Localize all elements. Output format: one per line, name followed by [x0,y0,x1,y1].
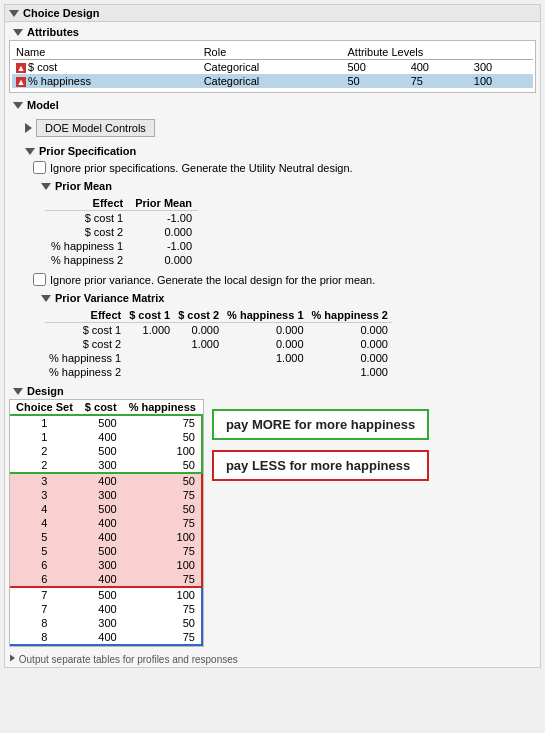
design-table-container: Choice Set $ cost % happiness 1 500 75 [9,399,204,647]
attributes-collapse-icon[interactable] [13,29,23,36]
dt-set: 1 [10,430,79,444]
table-row: 6 300 100 [10,558,202,572]
pm-value-3: -1.00 [129,239,198,253]
design-layout: Choice Set $ cost % happiness 1 500 75 [9,399,536,647]
dt-set: 5 [10,530,79,544]
prior-variance-collapse-icon[interactable] [41,295,51,302]
ignore-variance-checkbox[interactable] [33,273,46,286]
annotation-green-text: pay MORE for more happiness [226,417,415,432]
pv-3-3: 1.000 [223,351,307,365]
dt-cost: 500 [79,444,123,458]
design-section-header: Design [9,383,536,399]
dt-col-cost: $ cost [79,400,123,415]
annotation-red-box: pay LESS for more happiness [212,450,429,481]
main-panel: Choice Design Attributes Name Role Attri… [4,4,541,668]
prior-mean-header: Prior Mean [37,178,536,194]
bottom-label: Output separate tables for profiles and … [19,654,238,665]
dt-cost: 500 [79,587,123,602]
prior-variance-section: Prior Variance Matrix Effect $ cost 1 $ … [37,290,536,379]
prior-mean-collapse-icon[interactable] [41,183,51,190]
dt-col-happiness: % happiness [123,400,202,415]
pv-1-1: 1.000 [125,323,174,338]
table-row: 3 400 50 [10,473,202,488]
pv-2-4: 0.000 [308,337,392,351]
pv-3-1 [125,351,174,365]
dt-happiness: 75 [123,572,202,587]
pv-eff-2: $ cost 2 [45,337,125,351]
col-name: Name [12,45,200,60]
dt-cost: 400 [79,430,123,444]
prior-spec-title: Prior Specification [39,145,136,157]
dt-set: 1 [10,415,79,430]
table-row: 4 400 75 [10,516,202,530]
dt-set: 3 [10,473,79,488]
table-row: 7 400 75 [10,602,202,616]
attr-icon-2: ▲ [16,77,26,87]
pm-effect-1: $ cost 1 [45,211,129,226]
attributes-table: Name Role Attribute Levels ▲$ cost Categ… [12,45,533,88]
annotation-red-text: pay LESS for more happiness [226,458,410,473]
attributes-title: Attributes [27,26,79,38]
dt-happiness: 100 [123,558,202,572]
prior-spec-section: Prior Specification Ignore prior specifi… [21,143,536,379]
pv-eff-4: % happiness 2 [45,365,125,379]
doe-model-controls-button[interactable]: DOE Model Controls [36,119,155,137]
pv-4-4: 1.000 [308,365,392,379]
table-row: 3 300 75 [10,488,202,502]
design-table: Choice Set $ cost % happiness 1 500 75 [10,400,203,646]
col-levels: Attribute Levels [343,45,533,60]
pv-2-3: 0.000 [223,337,307,351]
pv-1-2: 0.000 [174,323,223,338]
dt-set: 2 [10,444,79,458]
attr-level-2c: 100 [470,74,533,88]
design-annotations: pay MORE for more happiness pay LESS for… [212,399,429,481]
dt-happiness: 75 [123,488,202,502]
dt-happiness: 75 [123,602,202,616]
dt-happiness: 75 [123,415,202,430]
doe-collapse-icon[interactable] [25,123,32,133]
ignore-prior-label: Ignore prior specifications. Generate th… [50,162,353,174]
model-title: Model [27,99,59,111]
dt-happiness: 100 [123,530,202,544]
ignore-prior-checkbox[interactable] [33,161,46,174]
table-row: $ cost 2 1.000 0.000 0.000 [45,337,392,351]
dt-cost: 400 [79,516,123,530]
pv-1-3: 0.000 [223,323,307,338]
bottom-expand-icon[interactable] [10,655,15,662]
ignore-variance-checkbox-row: Ignore prior variance. Generate the loca… [29,271,536,288]
pv-col-happy2: % happiness 2 [308,308,392,323]
pm-value-4: 0.000 [129,253,198,267]
annotation-green-box: pay MORE for more happiness [212,409,429,440]
dt-set: 8 [10,630,79,645]
dt-happiness: 75 [123,544,202,558]
dt-set: 3 [10,488,79,502]
dt-set: 6 [10,558,79,572]
dt-cost: 300 [79,458,123,473]
dt-set: 6 [10,572,79,587]
attr-level-1a: 500 [343,60,406,75]
prior-variance-header: Prior Variance Matrix [37,290,536,306]
dt-set: 5 [10,544,79,558]
pm-value-2: 0.000 [129,225,198,239]
dt-cost: 300 [79,558,123,572]
table-row: ▲% happiness Categorical 50 75 100 [12,74,533,88]
table-row: % happiness 1 -1.00 [45,239,198,253]
pv-4-2 [174,365,223,379]
dt-happiness: 50 [123,502,202,516]
pv-col-happy1: % happiness 1 [223,308,307,323]
col-role: Role [200,45,344,60]
table-row: ▲$ cost Categorical 500 400 300 [12,60,533,75]
pv-2-2: 1.000 [174,337,223,351]
ignore-variance-label: Ignore prior variance. Generate the loca… [50,274,375,286]
pv-eff-1: $ cost 1 [45,323,125,338]
design-collapse-icon[interactable] [13,388,23,395]
prior-spec-collapse-icon[interactable] [25,148,35,155]
dt-cost: 500 [79,502,123,516]
table-row: 4 500 50 [10,502,202,516]
collapse-icon[interactable] [9,10,19,17]
table-row: % happiness 1 1.000 0.000 [45,351,392,365]
attributes-header: Attributes [9,24,536,40]
model-collapse-icon[interactable] [13,102,23,109]
dt-happiness: 50 [123,616,202,630]
pm-value-1: -1.00 [129,211,198,226]
